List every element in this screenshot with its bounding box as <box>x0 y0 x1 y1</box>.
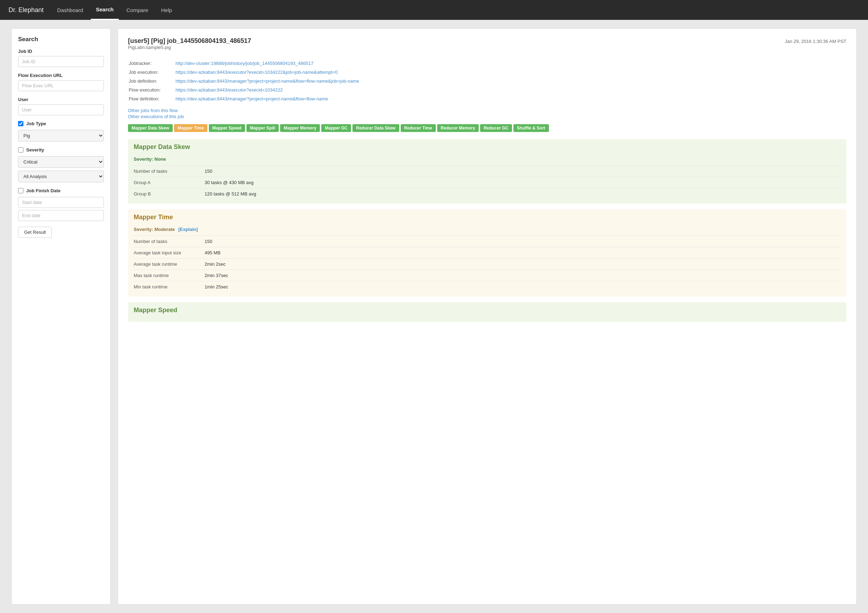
badge-reducer-gc[interactable]: Reducer GC <box>480 124 512 132</box>
mapper-time-min-runtime-label: Min task runtime <box>134 284 205 289</box>
flow-definition-label: Flow definition: <box>129 95 175 103</box>
nav-dashboard[interactable]: Dashboard <box>52 0 88 20</box>
mapper-time-max-runtime-label: Max task runtime <box>134 273 205 278</box>
mapper-time-avg-input-value: 495 MB <box>205 250 220 255</box>
mapper-time-min-runtime-value: 1min 25sec <box>205 284 228 289</box>
job-type-select[interactable]: Pig Hive Spark <box>18 130 104 141</box>
job-header: [user5] [Pig] job_1445506804193_486517 P… <box>128 37 846 56</box>
get-result-button[interactable]: Get Result <box>18 227 52 238</box>
badge-mapper-spill[interactable]: Mapper Spill <box>246 124 279 132</box>
mapper-time-title: Mapper Time <box>134 214 841 221</box>
severity-label: Severity <box>26 147 44 152</box>
job-type-checkbox-group: Job Type <box>18 121 104 126</box>
job-type-group: Job Type Pig Hive Spark <box>18 121 104 141</box>
nav-search[interactable]: Search <box>91 0 118 20</box>
other-links: Other jobs from this flow Other executio… <box>128 108 846 119</box>
mapper-time-avg-runtime-row: Average task runtime 2min 2sec <box>134 258 841 270</box>
mapper-time-severity-row: Severity: Moderate [Explain] <box>134 225 841 234</box>
mapper-data-skew-groupb-value: 120 tasks @ 512 MB avg <box>205 191 256 197</box>
badge-shuffle-sort[interactable]: Shuffle & Sort <box>513 124 549 132</box>
severity-checkbox-group: Severity <box>18 147 104 152</box>
mapper-data-skew-tasks-row: Number of tasks 150 <box>134 165 841 177</box>
job-title: [user5] [Pig] job_1445506804193_486517 <box>128 37 251 45</box>
mapper-time-max-runtime-row: Max task runtime 2min 37sec <box>134 270 841 281</box>
mapper-time-severity-text: Severity: Moderate <box>134 227 175 232</box>
mapper-data-skew-tasks-label: Number of tasks <box>134 169 205 174</box>
job-id-label: Job ID <box>18 49 104 54</box>
search-panel: Search Job ID Flow Execution URL User Jo… <box>11 28 111 604</box>
job-definition-link[interactable]: https://dev-azkaban:8443/manager?project… <box>175 78 359 84</box>
severity-select[interactable]: Critical Severe Moderate Low None <box>18 156 104 168</box>
mapper-data-skew-section: Mapper Data Skew Severity: None Number o… <box>128 139 846 203</box>
badge-reducer-data-skew[interactable]: Reducer Data Skew <box>352 124 399 132</box>
nav-help[interactable]: Help <box>156 0 177 20</box>
mapper-time-avg-input-row: Average task input size 495 MB <box>134 247 841 258</box>
job-execution-label: Job execution: <box>129 68 175 76</box>
mapper-time-tasks-value: 150 <box>205 239 212 244</box>
badge-mapper-memory[interactable]: Mapper Memory <box>280 124 320 132</box>
mapper-time-avg-runtime-label: Average task runtime <box>134 261 205 267</box>
job-id-input[interactable] <box>18 56 104 67</box>
flow-execution-label: Flow execution: <box>129 86 175 94</box>
badge-reducer-memory[interactable]: Reducer Memory <box>437 124 479 132</box>
mapper-time-tasks-row: Number of tasks 150 <box>134 236 841 247</box>
end-date-input[interactable] <box>18 210 104 221</box>
badge-mapper-data-skew[interactable]: Mapper Data Skew <box>128 124 173 132</box>
badge-mapper-speed[interactable]: Mapper Speed <box>209 124 245 132</box>
job-execution-link[interactable]: https://dev-azkaban:8443/executor?execid… <box>175 70 338 75</box>
flow-execution-link[interactable]: https://dev-azkaban:8443/executor?execid… <box>175 87 283 93</box>
brand-logo: Dr. Elephant <box>9 6 43 14</box>
badges-row: Mapper Data Skew Mapper Time Mapper Spee… <box>128 124 846 132</box>
flow-exec-url-input[interactable] <box>18 80 104 91</box>
job-finish-date-label: Job Finish Date <box>26 188 60 193</box>
mapper-data-skew-severity: Severity: None <box>134 154 841 164</box>
search-panel-title: Search <box>18 36 104 43</box>
job-title-group: [user5] [Pig] job_1445506804193_486517 P… <box>128 37 251 56</box>
mapper-time-explain-link[interactable]: [Explain] <box>178 227 198 232</box>
jobtracker-row: Jobtracker: http://dev-cluster:19888/job… <box>129 59 846 67</box>
flow-definition-link[interactable]: https://dev-azkaban:8443/manager?project… <box>175 96 328 101</box>
badge-reducer-time[interactable]: Reducer Time <box>401 124 436 132</box>
mapper-data-skew-groupb-label: Group B <box>134 191 205 197</box>
badge-mapper-time[interactable]: Mapper Time <box>174 124 208 132</box>
mapper-speed-section: Mapper Speed <box>128 302 846 322</box>
user-group: User <box>18 97 104 115</box>
mapper-time-min-runtime-row: Min task runtime 1min 25sec <box>134 281 841 292</box>
flow-execution-row: Flow execution: https://dev-azkaban:8443… <box>129 86 846 94</box>
job-id-group: Job ID <box>18 49 104 67</box>
mapper-data-skew-tasks-value: 150 <box>205 169 212 174</box>
user-label: User <box>18 97 104 102</box>
mapper-data-skew-groupa-row: Group A 30 tasks @ 430 MB avg <box>134 177 841 188</box>
job-finish-date-checkbox-group: Job Finish Date <box>18 188 104 193</box>
mapper-time-max-runtime-value: 2min 37sec <box>205 273 228 278</box>
severity-group: Severity Critical Severe Moderate Low No… <box>18 147 104 182</box>
mapper-time-avg-input-label: Average task input size <box>134 250 205 255</box>
flow-definition-row: Flow definition: https://dev-azkaban:844… <box>129 95 846 103</box>
job-info-table: Jobtracker: http://dev-cluster:19888/job… <box>128 59 846 104</box>
mapper-data-skew-groupa-value: 30 tasks @ 430 MB avg <box>205 180 254 185</box>
user-input[interactable] <box>18 104 104 115</box>
other-jobs-link[interactable]: Other jobs from this flow <box>128 108 846 113</box>
mapper-time-avg-runtime-value: 2min 2sec <box>205 261 226 267</box>
mapper-data-skew-title: Mapper Data Skew <box>134 143 841 151</box>
jobtracker-link[interactable]: http://dev-cluster:19888/jobhistory/job/… <box>175 61 313 66</box>
other-executions-link[interactable]: Other executions of this job <box>128 114 846 119</box>
analysis-select[interactable]: All Analysis <box>18 171 104 182</box>
mapper-time-tasks-label: Number of tasks <box>134 239 205 244</box>
job-type-checkbox[interactable] <box>18 121 23 126</box>
nav-compare[interactable]: Compare <box>122 0 153 20</box>
job-finish-date-group: Job Finish Date <box>18 188 104 221</box>
job-type-label: Job Type <box>26 121 46 126</box>
flow-exec-url-group: Flow Execution URL <box>18 73 104 91</box>
job-definition-label: Job definition: <box>129 77 175 85</box>
severity-checkbox[interactable] <box>18 147 23 152</box>
mapper-data-skew-groupa-label: Group A <box>134 180 205 185</box>
results-panel: [user5] [Pig] job_1445506804193_486517 P… <box>118 28 857 604</box>
start-date-input[interactable] <box>18 197 104 208</box>
badge-mapper-gc[interactable]: Mapper GC <box>321 124 351 132</box>
job-date: Jan 29, 2016 1:30:36 AM PST <box>785 39 846 44</box>
job-subtitle: PigLatin:sample5.pig <box>128 45 251 50</box>
jobtracker-label: Jobtracker: <box>129 59 175 67</box>
flow-exec-url-label: Flow Execution URL <box>18 73 104 78</box>
job-finish-date-checkbox[interactable] <box>18 188 23 193</box>
